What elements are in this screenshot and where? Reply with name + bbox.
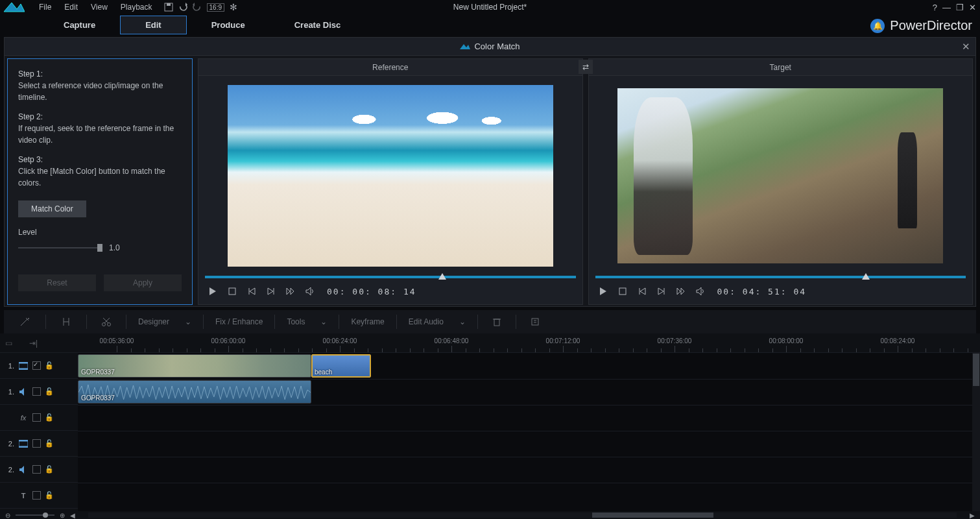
tgt-fastfwd-icon[interactable]: [675, 285, 687, 298]
track-2-video-header[interactable]: 2.🔓: [0, 439, 78, 448]
title-track-icon: T: [18, 491, 29, 500]
track-2-video-lane[interactable]: [78, 431, 972, 457]
panel-close-icon[interactable]: ✕: [962, 41, 970, 53]
zoom-in-icon[interactable]: ⊕: [60, 512, 65, 519]
menu-view[interactable]: View: [84, 1, 114, 13]
menu-playback[interactable]: Playback: [114, 1, 159, 13]
more-options-icon[interactable]: [521, 314, 549, 330]
lock-icon[interactable]: 🔓: [45, 439, 54, 448]
redo-icon[interactable]: [193, 3, 202, 12]
svg-marker-41: [19, 388, 24, 396]
ref-next-frame-icon[interactable]: [265, 285, 278, 298]
level-value: 1.0: [109, 242, 120, 254]
maximize-icon[interactable]: ❐: [956, 3, 964, 12]
svg-marker-23: [681, 288, 684, 295]
apply-button[interactable]: Apply: [104, 274, 182, 291]
notification-bell-icon[interactable]: 🔔: [870, 19, 885, 33]
track-1-audio-header[interactable]: 1.🔓: [0, 387, 78, 396]
timeline-mode-icon[interactable]: ▭: [5, 339, 12, 348]
scroll-left-icon[interactable]: ◀: [70, 512, 75, 519]
help-icon[interactable]: ?: [933, 3, 937, 12]
time-ruler[interactable]: 00:05:36:0000:06:00:0000:06:24:0000:06:4…: [78, 333, 980, 353]
reset-button[interactable]: Reset: [18, 274, 96, 291]
track-2-audio-lane[interactable]: [78, 457, 972, 483]
aspect-ratio-selector[interactable]: 16:9: [207, 3, 224, 12]
lock-icon[interactable]: 🔓: [45, 413, 54, 422]
timeline-snap-icon[interactable]: ⇥|: [29, 339, 38, 348]
save-icon[interactable]: [164, 3, 173, 12]
tab-produce[interactable]: Produce: [187, 16, 270, 34]
lock-icon[interactable]: 🔓: [45, 361, 54, 370]
tab-edit[interactable]: Edit: [120, 16, 187, 34]
clip-beach-selected[interactable]: beach: [311, 354, 371, 378]
target-video[interactable]: [589, 76, 973, 276]
keyframe-button[interactable]: Keyframe: [344, 315, 390, 329]
tab-create-disc[interactable]: Create Disc: [270, 16, 366, 34]
track-title-header[interactable]: T🔓: [0, 491, 78, 500]
ruler-label: 00:07:36:00: [658, 337, 692, 344]
track-2-audio-header[interactable]: 2.🔓: [0, 465, 78, 474]
zoom-slider[interactable]: [16, 514, 54, 516]
zoom-out-icon[interactable]: ⊖: [5, 512, 10, 519]
undo-icon[interactable]: [178, 3, 187, 12]
scroll-right-icon[interactable]: ▶: [970, 512, 975, 519]
ref-volume-icon[interactable]: [304, 285, 317, 298]
trash-icon[interactable]: [483, 314, 510, 330]
fix-enhance-button[interactable]: Fix / Enhance: [209, 315, 269, 329]
lock-icon[interactable]: 🔓: [45, 465, 54, 474]
tgt-play-icon[interactable]: [597, 285, 610, 298]
track-visible-checkbox[interactable]: [32, 439, 41, 448]
svg-rect-35: [532, 319, 538, 325]
lock-icon[interactable]: 🔓: [45, 387, 54, 396]
match-color-button[interactable]: Match Color: [18, 200, 86, 217]
track-visible-checkbox[interactable]: [32, 361, 41, 370]
track-1-audio-lane[interactable]: GOPR0337: [78, 379, 972, 405]
designer-dropdown[interactable]: Designer ⌄: [132, 315, 198, 329]
track-1-video-header[interactable]: 1.🔓: [0, 361, 78, 370]
swap-icon[interactable]: ⇄: [579, 60, 593, 74]
ref-prev-frame-icon[interactable]: [245, 285, 258, 298]
svg-marker-7: [209, 287, 216, 295]
track-fx-header[interactable]: fx🔓: [0, 413, 78, 422]
chevron-down-icon: ⌄: [320, 317, 327, 326]
minimize-icon[interactable]: —: [942, 3, 951, 12]
timeline-vertical-scrollbar[interactable]: [972, 353, 980, 511]
reference-scrubber[interactable]: [205, 276, 576, 278]
reference-video[interactable]: [198, 76, 582, 276]
menu-file[interactable]: File: [32, 1, 58, 13]
ref-fastfwd-icon[interactable]: [284, 285, 297, 298]
ruler-label: 00:05:36:00: [100, 337, 134, 344]
clip-gopr0337-video[interactable]: GOPR0337: [78, 354, 311, 378]
timeline-content[interactable]: 00:05:36:0000:06:00:0000:06:24:0000:06:4…: [78, 333, 980, 511]
track-visible-checkbox[interactable]: [32, 413, 41, 422]
track-fx-lane[interactable]: [78, 405, 972, 431]
close-icon[interactable]: ✕: [969, 3, 976, 12]
tgt-next-frame-icon[interactable]: [655, 285, 668, 298]
target-view: Target 00: 04: 51: 04: [588, 58, 974, 305]
step1-text: Select a reference video clip/image on t…: [18, 80, 182, 103]
settings-icon[interactable]: ✻: [230, 2, 237, 12]
track-title-lane[interactable]: [78, 483, 972, 509]
track-visible-checkbox[interactable]: [32, 491, 41, 500]
cut-tool-icon[interactable]: [92, 314, 121, 330]
ref-stop-icon[interactable]: [226, 285, 239, 298]
edit-audio-dropdown[interactable]: Edit Audio ⌄: [402, 315, 472, 329]
horizontal-scrollbar[interactable]: [88, 513, 957, 518]
ref-play-icon[interactable]: [206, 285, 219, 298]
zoom-bar: ⊖ ⊕ ◀ ▶: [0, 511, 980, 519]
track-visible-checkbox[interactable]: [32, 387, 41, 396]
level-slider[interactable]: [18, 247, 102, 248]
tgt-prev-frame-icon[interactable]: [636, 285, 649, 298]
lock-icon[interactable]: 🔓: [45, 491, 54, 500]
menu-edit[interactable]: Edit: [58, 1, 84, 13]
clip-gopr0337-audio[interactable]: GOPR0337: [78, 380, 311, 404]
split-tool-icon[interactable]: [51, 314, 81, 330]
track-1-video-lane[interactable]: GOPR0337 beach: [78, 353, 972, 379]
track-visible-checkbox[interactable]: [32, 465, 41, 474]
tgt-stop-icon[interactable]: [616, 285, 629, 298]
tgt-volume-icon[interactable]: [694, 285, 707, 298]
target-scrubber[interactable]: [595, 276, 966, 278]
tab-capture[interactable]: Capture: [39, 16, 120, 34]
tools-dropdown[interactable]: Tools ⌄: [280, 315, 333, 329]
magic-tool-icon[interactable]: [10, 314, 40, 330]
